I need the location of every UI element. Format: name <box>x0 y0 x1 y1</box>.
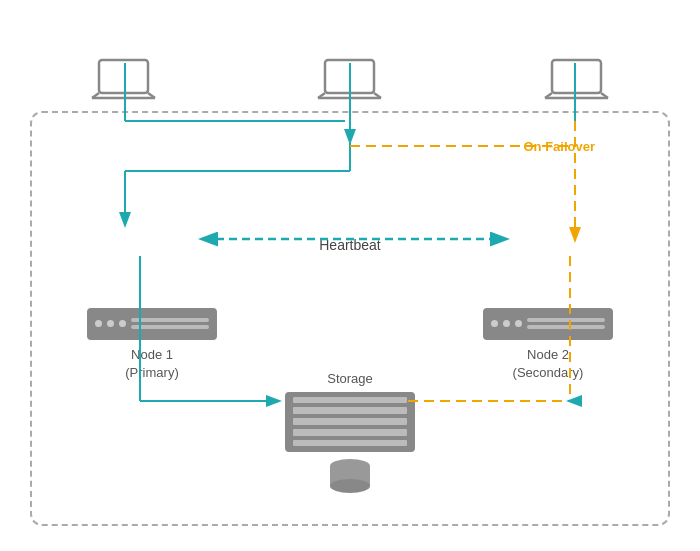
cylinder-icon <box>325 456 375 494</box>
node1: Node 1 (Primary) <box>87 308 217 382</box>
node1-label: Node 1 (Primary) <box>87 346 217 382</box>
svg-rect-4 <box>325 60 374 93</box>
storage-row <box>293 429 407 436</box>
server-lines <box>527 318 605 329</box>
server-icon-node2 <box>483 308 613 340</box>
storage-area: Storage <box>285 371 415 494</box>
storage-row <box>293 418 407 425</box>
heartbeat-label: Heartbeat <box>319 237 380 253</box>
server-dot <box>95 320 102 327</box>
server-line <box>527 325 605 329</box>
storage-row <box>293 407 407 414</box>
client-2 <box>317 56 382 106</box>
server-lines <box>131 318 209 329</box>
clients-area <box>10 11 690 106</box>
laptop-icon-3 <box>544 56 609 106</box>
server-dot <box>107 320 114 327</box>
server-line <box>527 318 605 322</box>
server-dot <box>119 320 126 327</box>
server-line <box>131 318 209 322</box>
server-line <box>131 325 209 329</box>
storage-row <box>293 397 407 404</box>
client-3 <box>544 56 609 106</box>
server-dot <box>491 320 498 327</box>
node2-label: Node 2 (Secondary) <box>483 346 613 382</box>
svg-point-14 <box>330 479 370 493</box>
server-dot <box>515 320 522 327</box>
svg-rect-0 <box>99 60 148 93</box>
on-failover-label: On Failover <box>523 139 595 154</box>
laptop-icon-2 <box>317 56 382 106</box>
laptop-icon-1 <box>91 56 156 106</box>
main-box: Node 1 (Primary) Node 2 (Secondary) <box>30 111 670 526</box>
server-icon-node1 <box>87 308 217 340</box>
client-1 <box>91 56 156 106</box>
svg-rect-8 <box>552 60 601 93</box>
storage-device <box>285 392 415 452</box>
diagram-container: Node 1 (Primary) Node 2 (Secondary) <box>10 11 690 541</box>
node2: Node 2 (Secondary) <box>483 308 613 382</box>
server-dot <box>503 320 510 327</box>
storage-label: Storage <box>327 371 373 386</box>
storage-row <box>293 440 407 447</box>
